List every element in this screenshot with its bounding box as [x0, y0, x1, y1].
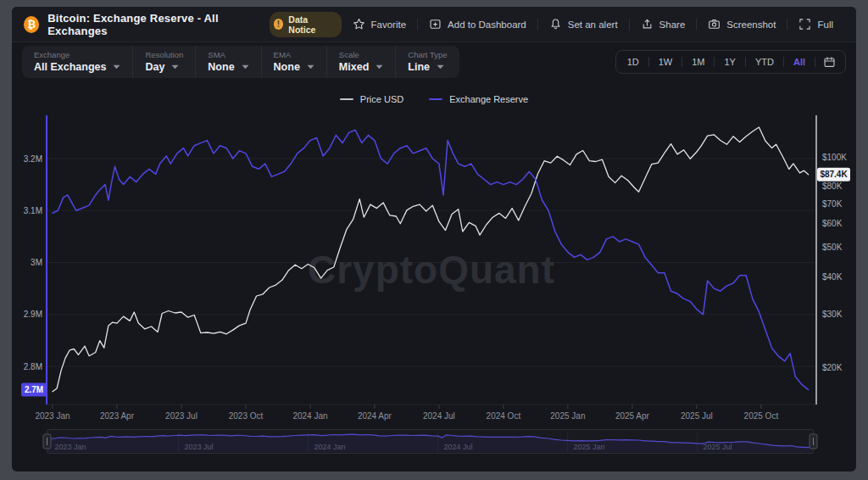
share-label: Share	[659, 20, 686, 30]
y-axis-left-label: 2.9M	[24, 310, 42, 319]
control-scale-dropdown[interactable]: ScaleMixed	[327, 46, 396, 78]
y-axis-right-label: $40K	[822, 272, 843, 282]
full-button[interactable]: Full	[787, 18, 844, 31]
x-axis-label: 2023 Jan	[35, 411, 70, 421]
favorite-button[interactable]: Favorite	[342, 18, 418, 31]
x-axis-label: 2023 Apr	[100, 411, 135, 421]
y-axis-right-label: $20K	[822, 363, 843, 372]
y-axis-right-label: $60K	[822, 219, 843, 228]
y-axis-left-label: 3.1M	[24, 206, 42, 215]
bitcoin-icon: ₿	[24, 16, 39, 33]
legend-swatch	[429, 98, 442, 100]
control-sma-dropdown[interactable]: SMANone	[196, 46, 261, 78]
warning-icon: !	[274, 19, 284, 30]
control-label: Scale	[339, 50, 383, 59]
control-resolution-dropdown[interactable]: ResolutionDay	[133, 46, 196, 78]
legend-item-exchange-reserve[interactable]: Exchange Reserve	[429, 94, 528, 104]
chevron-down-icon	[113, 64, 120, 70]
range-1m-button[interactable]: 1M	[682, 51, 714, 73]
legend-item-price-usd[interactable]: Price USD	[340, 94, 403, 104]
chart-toolbar: ExchangeAll ExchangesResolutionDaySMANon…	[12, 42, 856, 81]
header-actions: FavoriteAdd to DashboardSet an alertShar…	[342, 18, 844, 31]
navigator[interactable]: 2023 Jan2023 Jul2024 Jan2024 Jul2025 Jan…	[17, 427, 851, 456]
y-axis-right-label: $70K	[822, 199, 843, 209]
y-axis-left-label: 3.2M	[24, 154, 42, 164]
dashboard-icon	[429, 18, 442, 31]
control-value: Line	[408, 61, 430, 73]
x-axis-label: 2024 Oct	[487, 411, 521, 421]
control-label: Chart Type	[408, 50, 447, 59]
data-notice-label: Data Notice	[288, 14, 332, 35]
control-ema-dropdown[interactable]: EMANone	[262, 46, 327, 78]
x-axis-label: 2025 Apr	[615, 411, 650, 421]
y-axis-right-label: $80K	[822, 181, 843, 191]
control-value: Day	[145, 61, 164, 73]
x-axis-label: 2025 Jan	[550, 411, 585, 421]
x-axis-label: 2025 Jul	[681, 411, 713, 421]
control-value: None	[274, 61, 300, 73]
control-value: None	[208, 61, 234, 73]
range-1y-button[interactable]: 1Y	[715, 51, 744, 73]
control-value: Mixed	[339, 61, 369, 73]
bell-icon	[549, 18, 562, 31]
legend-swatch	[340, 98, 353, 100]
x-axis-label: 2023 Oct	[229, 411, 264, 421]
x-axis-label: 2024 Apr	[358, 411, 392, 421]
watermark: CryptoQuant	[308, 248, 555, 292]
app-window: ₿ Bitcoin: Exchange Reserve - All Exchan…	[12, 7, 856, 472]
control-label: Exchange	[34, 50, 120, 59]
add-to-dashboard-button[interactable]: Add to Dashboard	[418, 18, 537, 31]
y-axis-left-label: 2.8M	[24, 362, 42, 371]
control-label: SMA	[208, 50, 248, 59]
control-chart-type-dropdown[interactable]: Chart TypeLine	[396, 46, 459, 78]
range-1d-button[interactable]: 1D	[618, 51, 648, 73]
chart-area: 2023 Jan2023 Apr2023 Jul2023 Oct2024 Jan…	[17, 112, 851, 456]
chevron-down-icon	[307, 64, 314, 70]
add-to-dashboard-label: Add to Dashboard	[448, 20, 526, 30]
camera-icon	[708, 18, 721, 31]
legend-label: Price USD	[360, 94, 403, 104]
legend-label: Exchange Reserve	[449, 94, 528, 104]
data-notice-badge[interactable]: ! Data Notice	[270, 12, 342, 37]
price-reserve-chart[interactable]: 2023 Jan2023 Apr2023 Jul2023 Oct2024 Jan…	[17, 112, 851, 427]
x-axis-label: 2025 Oct	[744, 411, 779, 421]
x-axis-label: 2023 Jul	[165, 411, 198, 421]
range-1w-button[interactable]: 1W	[649, 51, 682, 73]
y-axis-left-label: 3M	[31, 258, 42, 267]
favorite-label: Favorite	[371, 20, 407, 30]
screenshot-button[interactable]: Screenshot	[697, 18, 787, 31]
fullscreen-icon	[798, 18, 811, 31]
y-axis-right-label: $30K	[822, 310, 843, 319]
share-button[interactable]: Share	[630, 18, 697, 31]
chevron-down-icon	[437, 64, 444, 70]
calendar-icon	[823, 56, 836, 69]
calendar-button[interactable]	[815, 56, 843, 69]
range-bar: 1D1W1M1YYTDAll	[615, 50, 846, 74]
y-axis-right-label: $100K	[822, 153, 847, 162]
full-label: Full	[817, 20, 833, 30]
set-an-alert-label: Set an alert	[568, 20, 618, 30]
x-axis-label: 2024 Jan	[292, 411, 327, 421]
chevron-down-icon	[376, 64, 383, 70]
x-axis-label: 2024 Jul	[423, 411, 455, 421]
controls-bar: ExchangeAll ExchangesResolutionDaySMANon…	[22, 46, 459, 78]
legend: Price USDExchange Reserve	[12, 81, 856, 112]
share-icon	[641, 18, 654, 31]
control-label: Resolution	[145, 50, 183, 59]
chevron-down-icon	[171, 64, 179, 70]
control-label: EMA	[274, 50, 314, 59]
screenshot-label: Screenshot	[726, 20, 776, 30]
reserve-current-badge-label: 2.7M	[25, 385, 43, 394]
control-exchange-dropdown[interactable]: ExchangeAll Exchanges	[22, 46, 133, 78]
price-current-badge-label: $87.4K	[820, 170, 848, 179]
chevron-down-icon	[242, 64, 249, 70]
set-an-alert-button[interactable]: Set an alert	[538, 18, 629, 31]
y-axis-right-label: $50K	[822, 243, 843, 252]
chart-header: ₿ Bitcoin: Exchange Reserve - All Exchan…	[12, 7, 856, 42]
range-ytd-button[interactable]: YTD	[746, 51, 783, 73]
range-all-button[interactable]: All	[784, 51, 815, 73]
control-value: All Exchanges	[34, 61, 106, 73]
star-icon	[353, 18, 365, 31]
page-title: Bitcoin: Exchange Reserve - All Exchange…	[47, 12, 260, 37]
